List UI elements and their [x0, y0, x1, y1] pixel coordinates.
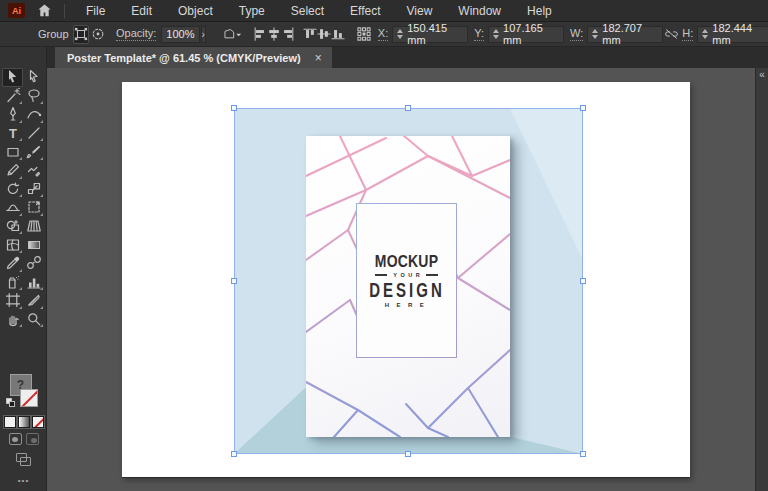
w-input[interactable]: 182.707 mm	[587, 26, 663, 43]
menu-separator	[64, 4, 65, 18]
color-button[interactable]	[4, 416, 16, 428]
symbol-sprayer-tool-icon	[5, 274, 21, 290]
curvature-tool[interactable]	[23, 105, 44, 124]
canvas-area[interactable]: MOCKUP YOUR DESIGN HERE	[47, 68, 755, 491]
pencil-tool[interactable]	[2, 161, 23, 180]
rectangle-tool[interactable]	[2, 142, 23, 161]
magic-wand-tool[interactable]	[2, 87, 23, 106]
gradient-button[interactable]	[18, 416, 30, 428]
default-fill-stroke-icon[interactable]	[6, 398, 16, 408]
selection-type-label: Group	[38, 28, 72, 40]
menu-item-file[interactable]: File	[73, 0, 118, 22]
selection-handle-n[interactable]	[405, 105, 411, 111]
document-tab[interactable]: Poster Template* @ 61.45 % (CMYK/Preview…	[55, 47, 332, 68]
selection-handle-e[interactable]	[580, 278, 586, 284]
app-logo-icon[interactable]: Ai	[8, 3, 25, 18]
draw-behind-button[interactable]	[26, 433, 39, 445]
h-label[interactable]: H:	[682, 27, 693, 41]
perspective-grid-tool[interactable]	[23, 217, 44, 236]
isolate-target-button[interactable]	[91, 25, 105, 44]
mesh-tool[interactable]	[2, 235, 23, 254]
menu-item-type[interactable]: Type	[226, 0, 278, 22]
mesh-tool-icon	[5, 237, 21, 253]
shape-builder-tool[interactable]	[2, 217, 23, 236]
screen-mode-icon[interactable]	[16, 453, 31, 466]
eyedropper-tool[interactable]	[2, 254, 23, 273]
design-card: MOCKUP YOUR DESIGN HERE	[356, 203, 457, 358]
selection-tool[interactable]	[2, 68, 23, 87]
align-bottom-button[interactable]	[331, 26, 345, 43]
zoom-tool[interactable]	[23, 310, 44, 329]
draw-normal-button[interactable]	[9, 433, 22, 445]
pen-tool[interactable]	[2, 105, 23, 124]
menu-item-select[interactable]: Select	[278, 0, 337, 22]
align-left-button[interactable]	[253, 26, 267, 43]
selection-handle-sw[interactable]	[231, 451, 237, 457]
rotate-tool[interactable]	[2, 180, 23, 199]
hand-tool[interactable]	[2, 310, 23, 329]
direct-selection-tool-icon	[26, 69, 42, 85]
selection-handle-se[interactable]	[580, 451, 586, 457]
align-center-vertical-button[interactable]	[317, 26, 331, 43]
tools-panel-bottom: ? •••	[0, 374, 47, 487]
none-button[interactable]	[32, 416, 44, 428]
h-stepper[interactable]	[702, 29, 708, 39]
selection-handle-s[interactable]	[405, 451, 411, 457]
reference-point-icon[interactable]	[357, 25, 371, 44]
selection-handle-w[interactable]	[231, 278, 237, 284]
w-stepper[interactable]	[592, 29, 598, 39]
poster-mockup[interactable]: MOCKUP YOUR DESIGN HERE	[306, 136, 510, 437]
align-right-button[interactable]	[281, 26, 295, 43]
y-stepper[interactable]	[493, 29, 499, 39]
style-dropdown-button[interactable]	[222, 25, 242, 44]
y-input[interactable]: 107.165 mm	[488, 26, 564, 43]
edit-contents-button[interactable]	[73, 25, 89, 44]
menu-item-object[interactable]: Object	[165, 0, 226, 22]
gradient-tool[interactable]	[23, 235, 44, 254]
curvature-tool-icon	[26, 106, 42, 122]
align-top-button[interactable]	[303, 26, 317, 43]
stroke-swatch[interactable]	[20, 389, 38, 407]
artboard-tool[interactable]	[2, 291, 23, 310]
blend-tool[interactable]	[23, 254, 44, 273]
w-label[interactable]: W:	[570, 27, 583, 41]
selection-handle-ne[interactable]	[580, 105, 586, 111]
opacity-input[interactable]: 100%	[161, 26, 199, 43]
scale-tool[interactable]	[23, 180, 44, 199]
y-label[interactable]: Y:	[474, 27, 484, 41]
edit-toolbar-icon[interactable]: •••	[18, 476, 29, 485]
home-icon[interactable]	[37, 3, 52, 18]
menu-item-help[interactable]: Help	[514, 0, 565, 22]
align-center-horizontal-button[interactable]	[267, 26, 281, 43]
x-stepper[interactable]	[397, 29, 403, 39]
width-tool[interactable]	[2, 198, 23, 217]
symbol-sprayer-tool[interactable]	[2, 273, 23, 292]
x-label[interactable]: X:	[378, 27, 388, 41]
opacity-menu-button[interactable]: ›	[201, 26, 206, 43]
free-transform-tool[interactable]	[23, 198, 44, 217]
expand-panels-icon[interactable]: «	[759, 68, 765, 491]
menu-item-effect[interactable]: Effect	[337, 0, 393, 22]
eyedropper-tool-icon	[5, 255, 21, 271]
slice-tool[interactable]	[23, 291, 44, 310]
selected-artwork-group[interactable]: MOCKUP YOUR DESIGN HERE	[234, 108, 583, 454]
constrain-proportions-icon[interactable]	[664, 25, 679, 44]
tab-close-icon[interactable]: ×	[315, 51, 322, 65]
lasso-tool[interactable]	[23, 87, 44, 106]
h-input[interactable]: 182.444 mm	[697, 26, 768, 43]
line-segment-tool[interactable]	[23, 124, 44, 143]
paintbrush-tool[interactable]	[23, 142, 44, 161]
selection-handle-nw[interactable]	[231, 105, 237, 111]
direct-selection-tool[interactable]	[23, 68, 44, 87]
graph-tool[interactable]	[23, 273, 44, 292]
type-tool[interactable]: T	[2, 124, 23, 143]
opacity-label[interactable]: Opacity:	[116, 27, 156, 41]
svg-text:T: T	[9, 126, 17, 141]
selection-tool-icon	[5, 69, 21, 85]
menu-item-edit[interactable]: Edit	[118, 0, 165, 22]
x-input[interactable]: 150.415 mm	[392, 26, 468, 43]
menu-item-window[interactable]: Window	[445, 0, 514, 22]
type-tool-icon: T	[5, 125, 21, 141]
shaper-tool[interactable]	[23, 161, 44, 180]
menu-item-view[interactable]: View	[394, 0, 446, 22]
